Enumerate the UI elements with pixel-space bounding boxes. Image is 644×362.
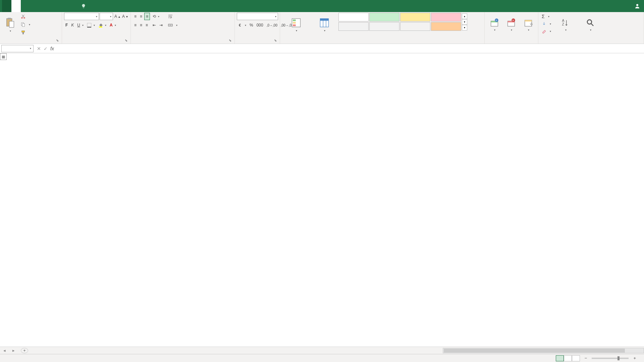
- italic-button[interactable]: K: [70, 21, 75, 29]
- bold-button[interactable]: F: [64, 21, 69, 29]
- alignment-launcher[interactable]: ⬊: [228, 38, 232, 43]
- worksheet-grid[interactable]: ▦: [0, 53, 644, 347]
- sheet-nav-next[interactable]: ▸: [9, 348, 18, 353]
- format-painter-button[interactable]: [19, 29, 32, 36]
- tab-formeln[interactable]: [40, 0, 49, 12]
- decrease-indent-button[interactable]: ⇤: [151, 21, 157, 29]
- format-cells-button[interactable]: ▾: [521, 13, 536, 37]
- align-left-button[interactable]: ≡: [133, 21, 138, 29]
- enter-formula-button[interactable]: ✓: [44, 46, 48, 51]
- style-standard[interactable]: [338, 13, 369, 21]
- lightbulb-icon: [81, 4, 86, 8]
- style-eingabe[interactable]: [431, 22, 461, 31]
- zoom-out-button[interactable]: −: [585, 356, 587, 361]
- svg-text:Z: Z: [562, 22, 565, 26]
- svg-rect-3: [9, 21, 14, 27]
- find-select-button[interactable]: ▾: [579, 13, 602, 37]
- svg-rect-20: [320, 18, 329, 20]
- insert-function-button[interactable]: fx: [50, 46, 54, 51]
- share-icon: [635, 3, 640, 9]
- sort-icon: AZ: [561, 18, 570, 27]
- style-schlecht[interactable]: [431, 13, 461, 21]
- quick-analysis-icon[interactable]: ▦: [0, 53, 7, 60]
- titlebar: [0, 0, 644, 12]
- zoom-in-button[interactable]: +: [633, 356, 636, 361]
- font-color-button[interactable]: A▾: [108, 21, 117, 29]
- sort-filter-button[interactable]: AZ ▾: [554, 13, 577, 37]
- align-top-button[interactable]: ≡: [133, 13, 138, 20]
- format-as-table-button[interactable]: ▾: [312, 13, 337, 37]
- wrap-text-button[interactable]: [167, 13, 179, 20]
- accounting-button[interactable]: €▾: [237, 21, 248, 29]
- svg-point-0: [636, 4, 638, 6]
- number-format-combo[interactable]: ▾: [237, 13, 278, 20]
- tab-start[interactable]: [11, 0, 21, 12]
- fill-button[interactable]: ▾: [540, 20, 552, 27]
- clipboard-launcher[interactable]: ⬊: [55, 38, 60, 43]
- sheet-nav-prev[interactable]: ◂: [0, 348, 9, 353]
- cancel-formula-button[interactable]: ✕: [37, 46, 41, 51]
- merge-center-button[interactable]: ▾: [167, 21, 179, 29]
- clear-button[interactable]: ▾: [540, 27, 552, 35]
- increase-indent-button[interactable]: ⇥: [158, 21, 164, 29]
- fill-color-button[interactable]: ▾: [97, 21, 108, 29]
- svg-rect-17: [293, 22, 296, 23]
- tab-daten[interactable]: [49, 0, 58, 12]
- copy-button[interactable]: ▾: [19, 21, 32, 28]
- tab-seitenlayout[interactable]: [30, 0, 40, 12]
- autosum-button[interactable]: Σ▾: [540, 13, 552, 20]
- percent-button[interactable]: %: [248, 21, 255, 29]
- svg-text:×: ×: [513, 19, 514, 22]
- font-launcher[interactable]: ⬊: [124, 38, 128, 43]
- conditional-formatting-button[interactable]: ▾: [282, 13, 310, 37]
- style-neutral[interactable]: [400, 13, 430, 21]
- decrease-font-button[interactable]: A▾: [121, 13, 128, 20]
- align-middle-button[interactable]: ≡: [139, 13, 144, 20]
- increase-decimal-button[interactable]: ,0→,00: [265, 21, 279, 29]
- copy-icon: [21, 22, 25, 27]
- svg-point-35: [587, 19, 592, 24]
- style-berechnung[interactable]: [369, 22, 399, 31]
- svg-rect-12: [99, 26, 102, 27]
- align-center-button[interactable]: ≡: [139, 21, 144, 29]
- paste-button[interactable]: ▾: [2, 13, 18, 37]
- align-bottom-button[interactable]: ≡: [144, 13, 150, 20]
- style-scroll-more[interactable]: ▾: [462, 25, 467, 31]
- svg-rect-10: [87, 23, 91, 27]
- style-scroll-up[interactable]: ▴: [462, 13, 467, 19]
- ribbon: ▾ ▾ ⬊ ▾ ▾ A▴ A▾ F K U▾ ▾ ▾ A: [0, 12, 644, 44]
- font-name-combo[interactable]: ▾: [64, 13, 99, 20]
- borders-button[interactable]: ▾: [86, 21, 96, 29]
- font-size-combo[interactable]: ▾: [100, 13, 113, 20]
- tell-me-search[interactable]: [77, 4, 92, 8]
- insert-cells-button[interactable]: + ▾: [487, 13, 502, 37]
- increase-font-button[interactable]: A▴: [114, 13, 121, 20]
- number-launcher[interactable]: ⬊: [273, 38, 278, 43]
- style-scroll-down[interactable]: ▾: [462, 19, 467, 25]
- cell-styles-gallery[interactable]: [338, 13, 461, 31]
- view-buttons[interactable]: [556, 355, 580, 361]
- formula-bar: ▾ ✕ ✓ fx: [0, 44, 644, 53]
- add-sheet-button[interactable]: +: [21, 348, 28, 353]
- style-ausgabe[interactable]: [338, 22, 369, 31]
- comma-button[interactable]: 000: [255, 21, 265, 29]
- zoom-slider[interactable]: [592, 358, 629, 359]
- tab-ueberpruefen[interactable]: [58, 0, 68, 12]
- underline-button[interactable]: U▾: [76, 21, 85, 29]
- cut-button[interactable]: [19, 13, 32, 20]
- horizontal-scrollbar[interactable]: [443, 348, 644, 353]
- orientation-button[interactable]: ⟲▾: [151, 13, 164, 20]
- tab-einfuegen[interactable]: [21, 0, 30, 12]
- name-box[interactable]: ▾: [1, 45, 34, 52]
- style-gut[interactable]: [369, 13, 399, 21]
- svg-rect-18: [293, 24, 296, 26]
- style-besuchter[interactable]: [400, 22, 430, 31]
- svg-rect-9: [22, 32, 24, 34]
- tab-ansicht[interactable]: [68, 0, 77, 12]
- currency-icon: €: [238, 23, 243, 27]
- delete-cells-button[interactable]: × ▾: [503, 13, 519, 37]
- align-right-button[interactable]: ≡: [144, 21, 149, 29]
- status-bar: − +: [0, 354, 644, 362]
- tab-datei[interactable]: [2, 0, 11, 12]
- sheet-tab-bar: ◂ ▸ +: [0, 347, 644, 354]
